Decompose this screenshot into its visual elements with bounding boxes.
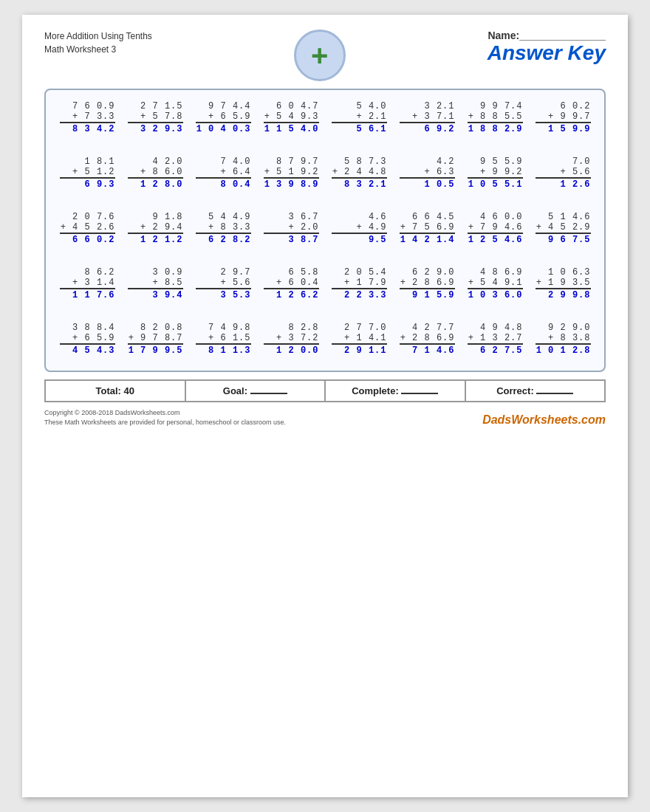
answer: 2 9 1.1 xyxy=(332,343,387,356)
addend1: 8 2 0.8 xyxy=(140,323,182,333)
problem-3-1: 2 0 7.6+ 4 5 2.66 6 0.2 xyxy=(60,212,115,245)
answer: 9 1 5.9 xyxy=(400,288,455,300)
problem-4-8: 1 0 6.3+ 1 9 3.52 9 9.8 xyxy=(536,267,591,300)
addend1: 3 8 8.4 xyxy=(72,323,114,333)
answer: 9 6 7.5 xyxy=(536,233,591,245)
name-label: Name:_______________ xyxy=(488,30,606,41)
addend1: 4.6 xyxy=(369,212,387,222)
answer: 1 0.5 xyxy=(400,177,455,190)
complete-box: Complete: xyxy=(326,381,466,401)
problem-4-7: 4 8 6.9+ 5 4 9.11 0 3 6.0 xyxy=(468,267,523,300)
addend1: 9 5 5.9 xyxy=(480,156,522,167)
addend1: 2 0 7.6 xyxy=(72,212,114,222)
answer: 1 5 9.9 xyxy=(536,122,591,134)
problem-1-7: 9 9 7.4+ 8 8 5.51 8 8 2.9 xyxy=(468,101,523,134)
problem-4-6: 6 2 9.0+ 2 8 6.99 1 5.9 xyxy=(400,267,455,300)
addend1: 5 4 4.9 xyxy=(208,212,250,222)
title-line2: Math Worksheet 3 xyxy=(44,43,152,56)
addend2: + 8 3.8 xyxy=(548,333,590,343)
answer: 3 9.4 xyxy=(128,288,183,300)
problem-5-5: 2 7 7.0+ 1 4.12 9 1.1 xyxy=(332,323,387,356)
worksheet-area: 7 6 0.9+ 7 3.38 3 4.22 7 1.5+ 5 7.83 2 9… xyxy=(44,89,606,372)
addend1: 3 2.1 xyxy=(424,101,454,111)
answer: 1 2 0.0 xyxy=(264,343,319,356)
header-right: Name:_______________ Answer Key xyxy=(488,30,606,65)
total-box: Total: 40 xyxy=(46,381,186,401)
problem-row-3: 2 0 7.6+ 4 5 2.66 6 0.29 1.8+ 2 9.41 2 1… xyxy=(53,212,597,245)
addend2: + 6 5.9 xyxy=(72,333,114,343)
addend1: 9 2 9.0 xyxy=(548,323,590,333)
answer: 3 2 9.3 xyxy=(128,122,183,134)
addend1: 3 0.9 xyxy=(152,267,182,278)
title-line1: More Addition Using Tenths xyxy=(44,30,152,43)
addend2: + 3 7.2 xyxy=(276,333,318,343)
addend2: + 6 0.4 xyxy=(276,278,318,288)
problem-2-2: 4 2.0+ 8 6.01 2 8.0 xyxy=(128,156,183,190)
answer: 1 2 1.2 xyxy=(128,233,183,245)
addend1: 4 8 6.9 xyxy=(480,267,522,278)
problem-4-1: 8 6.2+ 3 1.41 1 7.6 xyxy=(60,267,115,300)
addend1: 1 8.1 xyxy=(84,156,114,167)
problem-1-2: 2 7 1.5+ 5 7.83 2 9.3 xyxy=(128,101,183,134)
answer: 1 2 8.0 xyxy=(128,177,183,190)
problem-5-8: 9 2 9.0+ 8 3.81 0 1 2.8 xyxy=(536,323,591,356)
header: More Addition Using Tenths Math Workshee… xyxy=(44,30,606,81)
addend1: 8 7 9.7 xyxy=(276,156,318,167)
problem-4-4: 6 5.8+ 6 0.41 2 6.2 xyxy=(264,267,319,300)
addend2: + 2 9.4 xyxy=(140,222,182,233)
addend2: + 8.5 xyxy=(152,278,182,288)
addend2: + 5 4 9.1 xyxy=(468,278,523,288)
answer: 8 1 1.3 xyxy=(196,343,251,356)
problem-2-6: 4.2+ 6.31 0.5 xyxy=(400,156,455,190)
answer: 6 9.3 xyxy=(60,177,115,190)
answer: 1 2 6.2 xyxy=(264,288,319,300)
problem-5-1: 3 8 8.4+ 6 5.94 5 4.3 xyxy=(60,323,115,356)
answer: 2 2 3.3 xyxy=(332,288,387,300)
addend1: 1 0 6.3 xyxy=(548,267,590,278)
header-logo: + xyxy=(294,30,346,81)
answer: 1 0 5 5.1 xyxy=(468,177,523,190)
copyright-text: Copyright © 2008-2018 DadsWorksheets.com… xyxy=(44,408,286,427)
problem-2-3: 7 4.0+ 6.48 0.4 xyxy=(196,156,251,190)
answer: 5 6.1 xyxy=(332,122,387,134)
problem-row-2: 1 8.1+ 5 1.26 9.34 2.0+ 8 6.01 2 8.07 4.… xyxy=(53,156,597,190)
problem-5-2: 8 2 0.8+ 9 7 8.71 7 9 9.5 xyxy=(128,323,183,356)
problem-5-7: 4 9 4.8+ 1 3 2.76 2 7.5 xyxy=(468,323,523,356)
addend1: 6 0 4.7 xyxy=(276,101,318,111)
answer: 6 9.2 xyxy=(400,122,455,134)
addend2: + 2.1 xyxy=(356,111,386,122)
goal-box: Goal: xyxy=(186,381,326,401)
problem-1-4: 6 0 4.7+ 5 4 9.31 1 5 4.0 xyxy=(264,101,319,134)
addend2: + 7 9 4.6 xyxy=(468,222,523,233)
answer: 1 8 8 2.9 xyxy=(468,122,523,134)
addend2: + 4 5 2.9 xyxy=(536,222,591,233)
addend1: 6 5.8 xyxy=(288,267,318,278)
addend2: + 1 9 3.5 xyxy=(536,278,591,288)
answer: 1 1 5 4.0 xyxy=(264,122,319,134)
problem-1-5: 5 4.0+ 2.15 6.1 xyxy=(332,101,387,134)
addend1: 5 8 7.3 xyxy=(344,156,386,167)
addend1: 6 2 9.0 xyxy=(412,267,454,278)
addend2: + 7 3.3 xyxy=(72,111,114,122)
problem-3-2: 9 1.8+ 2 9.41 2 1.2 xyxy=(128,212,183,245)
problem-1-1: 7 6 0.9+ 7 3.38 3 4.2 xyxy=(60,101,115,134)
addend2: + 9 9.2 xyxy=(480,167,522,177)
addend1: 4 6 0.0 xyxy=(480,212,522,222)
addend1: 4 2.0 xyxy=(152,156,182,167)
problem-5-4: 8 2.8+ 3 7.21 2 0.0 xyxy=(264,323,319,356)
addend2: + 3 1.4 xyxy=(72,278,114,288)
problem-4-5: 2 0 5.4+ 1 7.92 2 3.3 xyxy=(332,267,387,300)
addend2: + 6 1.5 xyxy=(208,333,250,343)
plus-symbol: + xyxy=(311,41,328,70)
problem-4-3: 2 9.7+ 5.63 5.3 xyxy=(196,267,251,300)
problem-3-4: 3 6.7+ 2.03 8.7 xyxy=(264,212,319,245)
answer: 1 1 7.6 xyxy=(60,288,115,300)
problem-1-3: 9 7 4.4+ 6 5.91 0 4 0.3 xyxy=(196,101,251,134)
problem-2-4: 8 7 9.7+ 5 1 9.21 3 9 8.9 xyxy=(264,156,319,190)
addend2: + 5.6 xyxy=(560,167,590,177)
addend1: 6 0.2 xyxy=(560,101,590,111)
answer: 6 2 7.5 xyxy=(468,343,523,356)
answer: 9.5 xyxy=(332,233,387,245)
addend1: 9 7 4.4 xyxy=(208,101,250,111)
addend1: 7 4.0 xyxy=(220,156,250,167)
